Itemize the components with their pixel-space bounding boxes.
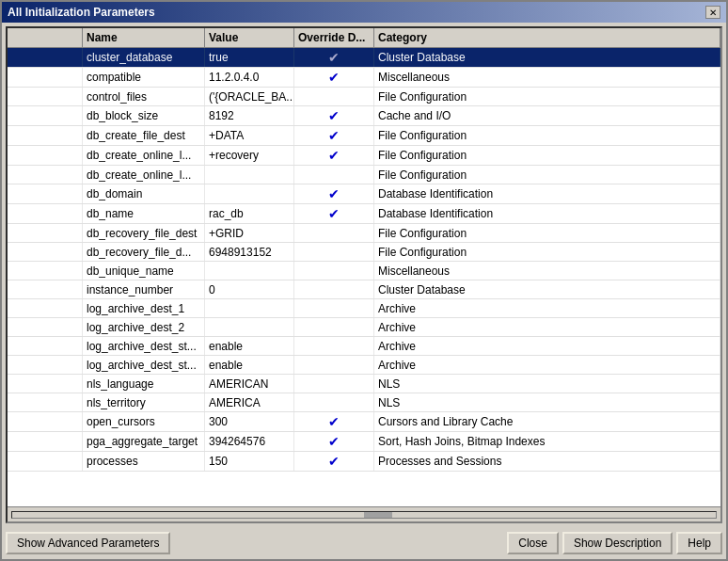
show-description-button[interactable]: Show Description [562, 532, 673, 554]
show-advanced-button[interactable]: Show Advanced Parameters [6, 532, 170, 554]
cell-value: enable [205, 356, 294, 374]
cell-name: db_recovery_file_dest [83, 224, 205, 242]
table-row[interactable]: log_archive_dest_1Archive [8, 299, 720, 318]
table-row[interactable]: db_create_online_l...+recovery✔File Conf… [8, 146, 720, 166]
cell-category: Archive [374, 318, 720, 336]
table-row[interactable]: instance_number0Cluster Database [8, 280, 720, 299]
table-row[interactable]: nls_territoryAMERICANLS [8, 393, 720, 412]
cell-instance [8, 126, 83, 145]
cell-value: AMERICAN [205, 375, 294, 393]
cell-category: Sort, Hash Joins, Bitmap Indexes [374, 432, 720, 451]
cell-name: open_cursors [83, 412, 205, 431]
cell-value: 8192 [205, 106, 294, 125]
cell-value [205, 262, 294, 280]
table-row[interactable]: processes150✔Processes and Sessions [8, 452, 720, 472]
table-row[interactable]: db_block_size8192✔Cache and I/O [8, 106, 720, 126]
close-icon[interactable]: ✕ [705, 6, 720, 19]
checkmark-icon: ✔ [328, 206, 340, 221]
cell-category: File Configuration [374, 224, 720, 242]
checkmark-icon: ✔ [328, 414, 340, 429]
cell-override: ✔ [294, 126, 374, 145]
table-row[interactable]: control_files('{ORACLE_BA...File Configu… [8, 88, 720, 106]
table-row[interactable]: nls_languageAMERICANNLS [8, 375, 720, 393]
cell-category: NLS [374, 393, 720, 411]
cell-value: AMERICA [205, 393, 294, 411]
table-row[interactable]: db_unique_nameMiscellaneous [8, 262, 720, 280]
table-row[interactable]: pga_aggregate_target394264576✔Sort, Hash… [8, 432, 720, 452]
cell-name: db_create_online_l... [83, 146, 205, 165]
cell-category: Archive [374, 337, 720, 355]
cell-category: Cursors and Library Cache [374, 412, 720, 431]
table-row[interactable]: log_archive_dest_2Archive [8, 318, 720, 337]
checkmark-icon: ✔ [328, 108, 340, 123]
cell-instance [8, 48, 83, 67]
cell-override [294, 243, 374, 261]
parameters-table: Name Value Override D... Category cluste… [6, 26, 722, 523]
cell-override [294, 318, 374, 336]
table-row[interactable]: db_recovery_file_d...6948913152File Conf… [8, 243, 720, 262]
cell-override [294, 299, 374, 317]
cell-instance [8, 166, 83, 184]
cell-value: ('{ORACLE_BA... [205, 88, 294, 105]
cell-name: db_block_size [83, 106, 205, 125]
cell-instance [8, 356, 83, 374]
table-row[interactable]: log_archive_dest_st...enableArchive [8, 356, 720, 375]
table-body[interactable]: cluster_databasetrue✔Cluster Databasecom… [8, 48, 720, 506]
cell-name: log_archive_dest_st... [83, 337, 205, 355]
main-window: All Initialization Parameters ✕ Name Val… [0, 0, 728, 561]
close-button[interactable]: Close [507, 532, 559, 554]
table-row[interactable]: compatible11.2.0.4.0✔Miscellaneous [8, 68, 720, 88]
table-header: Name Value Override D... Category [8, 28, 720, 48]
content-area: Name Value Override D... Category cluste… [2, 23, 726, 527]
checkmark-icon: ✔ [328, 128, 340, 143]
cell-name: compatible [83, 68, 205, 87]
table-row[interactable]: db_create_file_dest+DATA✔File Configurat… [8, 126, 720, 146]
table-row[interactable]: log_archive_dest_st...enableArchive [8, 337, 720, 356]
cell-value [205, 299, 294, 317]
cell-name: db_domain [83, 184, 205, 203]
cell-value: 150 [205, 452, 294, 471]
cell-instance [8, 243, 83, 261]
cell-instance [8, 184, 83, 203]
checkmark-icon: ✔ [328, 70, 340, 85]
table-row[interactable]: db_namerac_db✔Database Identification [8, 204, 720, 224]
cell-override: ✔ [294, 184, 374, 203]
title-bar: All Initialization Parameters ✕ [2, 2, 726, 23]
cell-category: Cluster Database [374, 48, 720, 67]
cell-name: cluster_database [83, 48, 205, 67]
cell-instance [8, 299, 83, 317]
cell-name: nls_territory [83, 393, 205, 411]
table-row[interactable]: db_create_online_l...File Configuration [8, 166, 720, 184]
cell-name: log_archive_dest_2 [83, 318, 205, 336]
cell-category: Cluster Database [374, 280, 720, 298]
table-row[interactable]: db_recovery_file_dest+GRIDFile Configura… [8, 224, 720, 243]
help-button[interactable]: Help [676, 532, 722, 554]
cell-override [294, 337, 374, 355]
cell-category: File Configuration [374, 146, 720, 165]
cell-name: db_create_file_dest [83, 126, 205, 145]
cell-category: Cache and I/O [374, 106, 720, 125]
cell-category: Processes and Sessions [374, 452, 720, 471]
cell-name: instance_number [83, 280, 205, 298]
cell-override [294, 280, 374, 298]
cell-instance [8, 412, 83, 431]
table-row[interactable]: cluster_databasetrue✔Cluster Database [8, 48, 720, 68]
cell-name: db_recovery_file_d... [83, 243, 205, 261]
horizontal-scrollbar[interactable] [8, 506, 720, 521]
col-instance [8, 28, 83, 47]
bottom-left-buttons: Show Advanced Parameters [6, 532, 170, 554]
table-row[interactable]: open_cursors300✔Cursors and Library Cach… [8, 412, 720, 432]
cell-override: ✔ [294, 106, 374, 125]
cell-name: nls_language [83, 375, 205, 393]
cell-value: rac_db [205, 204, 294, 223]
cell-value: 394264576 [205, 432, 294, 451]
cell-instance [8, 106, 83, 125]
scrollbar-track [11, 511, 717, 519]
cell-instance [8, 337, 83, 355]
cell-override [294, 356, 374, 374]
table-row[interactable]: db_domain✔Database Identification [8, 184, 720, 204]
cell-value [205, 166, 294, 184]
cell-value: true [205, 48, 294, 67]
bottom-bar: Show Advanced Parameters Close Show Desc… [2, 527, 726, 559]
cell-override [294, 393, 374, 411]
